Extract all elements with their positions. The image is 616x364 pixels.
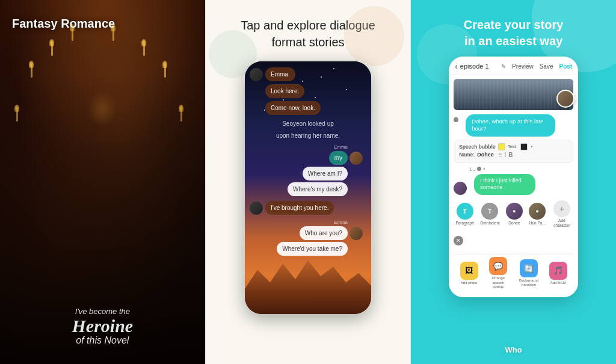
swatch-black[interactable] — [520, 143, 528, 150]
name-label-emma-2: Emma — [334, 220, 348, 225]
bubble-desk: Where's my desk? — [288, 182, 348, 196]
speech-bubble-bottom-label: Change speech bubble — [488, 276, 508, 289]
book-title: I've become the Heroine of this Novel — [0, 307, 205, 346]
emma-messages: Emma my Where am I? Where's my desk? — [250, 144, 366, 196]
dot-3-label: • — [483, 166, 485, 172]
story-image — [454, 79, 573, 110]
title-line2: Heroine — [9, 317, 196, 335]
bgm-label: Add BGM — [550, 281, 566, 285]
emma-messages-2: Emma Who are you? Where'd you take me? — [250, 220, 366, 256]
chat-row-3: Come now, look. — [250, 101, 366, 115]
post-button[interactable]: Post — [559, 63, 573, 70]
character-portrait — [556, 90, 574, 108]
avatar-left-2 — [250, 202, 263, 215]
name-label-emma: Emma — [334, 144, 348, 150]
bottom-bg-transition[interactable]: 🔄 Background transition — [519, 259, 539, 287]
phone-frame-2: Emma. Look here. Come now, look. Seoyeon… — [245, 61, 371, 314]
toolbar: T Paragraph T Omniscient ● Dohee ● Hun P… — [454, 198, 573, 230]
omniscient-icon: T — [481, 203, 498, 220]
p3-chat-row-killed: I... • I think I just killed someone — [454, 166, 573, 195]
dohee-chat-row: Dohee, what's up at this late hour? — [454, 114, 573, 137]
hunpa-icon: ● — [529, 203, 546, 220]
bullet-icon: • — [531, 144, 533, 150]
close-button[interactable]: ✕ — [454, 236, 463, 245]
narration-1: Seoyeon looked up — [250, 118, 366, 129]
toolbar-dohee[interactable]: ● Dohee — [506, 203, 523, 226]
speech-panel-row-2: Name: Dohee ≡ I B — [459, 152, 568, 158]
dohee-bubble: Dohee, what's up at this late hour? — [466, 114, 555, 137]
dot-2 — [477, 167, 481, 171]
dohee-indicator-row: I... • — [469, 166, 551, 172]
omniscient-label: Omniscient — [480, 221, 499, 226]
close-row: ✕ — [454, 233, 573, 247]
toolbar-hunpa[interactable]: ● Hun Pa... — [529, 203, 546, 226]
dohee-icon: ● — [506, 203, 523, 220]
bubble-my: my — [329, 151, 348, 165]
dohee-toolbar-label: Dohee — [508, 221, 520, 226]
avatar-left-1 — [250, 68, 263, 81]
hunpa-label: Hun Pa... — [529, 221, 546, 226]
swatch-yellow[interactable] — [498, 143, 505, 150]
bubble-emma-3: Come now, look. — [265, 101, 321, 115]
add-photo-icon: 🖼 — [460, 262, 478, 280]
chat-area: Emma. Look here. Come now, look. Seoyeon… — [245, 61, 371, 262]
bottom-speech-bubble[interactable]: 💬 Change speech bubble — [488, 257, 508, 289]
preview-button[interactable]: Preview — [512, 63, 534, 70]
align-icon[interactable]: ≡ — [499, 152, 502, 158]
killed-bubble: I think I just killed someone — [474, 174, 535, 195]
bold-icon[interactable]: B — [508, 152, 513, 158]
title-line1: I've become the — [9, 307, 196, 316]
who-badge: Who — [505, 344, 522, 355]
panel-fantasy-romance: Fantasy Romance I've become the Heroine … — [0, 0, 205, 364]
paragraph-label: Paragraph — [455, 221, 473, 226]
emma-row-who: Emma Who are you? — [300, 220, 363, 240]
add-char-icon: + — [553, 200, 570, 217]
candle-2 — [51, 44, 53, 56]
bubble-who: Who are you? — [300, 226, 348, 240]
emma-row-3: Where's my desk? — [288, 182, 363, 196]
paragraph-icon: T — [457, 203, 473, 220]
title-line3: of this Novel — [9, 335, 196, 346]
speech-panel-row-1: Speech bubble Speech bubble Text: • — [459, 143, 568, 150]
avatar-emma-2 — [350, 227, 363, 240]
add-char-label: Add character — [552, 218, 571, 228]
bg-transition-label: Background transition — [519, 279, 539, 287]
text-label: Text: — [508, 144, 518, 149]
bubble-where-am-i: Where am I? — [303, 167, 348, 180]
phone-mockup-3: ‹ episode 1 ✎ Preview Save Post Dohee, w… — [449, 57, 578, 297]
bg-transition-icon: 🔄 — [520, 259, 538, 277]
save-button[interactable]: Save — [540, 63, 553, 70]
chat-row-2: Look here. — [250, 84, 366, 98]
bubble-emma-1: Emma. — [265, 67, 295, 81]
toolbar-omniscient[interactable]: T Omniscient — [480, 203, 499, 226]
italic-icon[interactable]: I — [505, 152, 507, 158]
emma-row-1: Emma my — [329, 144, 363, 165]
phone3-header: ‹ episode 1 ✎ Preview Save Post — [449, 57, 578, 75]
emma-row-2: Where am I? — [303, 167, 363, 180]
name-value: Dohee — [477, 152, 494, 158]
speech-bubble-label: Speech bubble — [459, 144, 495, 150]
panel-dialogue: Tap and explore dialogue format stories — [205, 0, 411, 364]
bubble-emma-2: Look here. — [265, 84, 304, 98]
crown-glow — [87, 91, 117, 127]
narration-2: upon hearing her name. — [250, 132, 366, 141]
deco-circle-right — [344, 6, 404, 66]
phone3-content: Dohee, what's up at this late hour? Spee… — [449, 75, 578, 294]
dot-indicator — [454, 117, 458, 122]
toolbar-add-char[interactable]: + Add character — [552, 200, 571, 228]
bottom-bgm[interactable]: 🎵 Add BGM — [549, 262, 567, 285]
candle-4 — [112, 29, 114, 41]
bubble-brought: I've brought you here. — [265, 201, 334, 215]
dohee-small-label: I... — [469, 166, 475, 172]
chat-row-1: Emma. — [250, 67, 366, 81]
pencil-icon[interactable]: ✎ — [501, 63, 506, 70]
episode-title[interactable]: episode 1 — [460, 63, 499, 70]
chat-row-brought: I've brought you here. — [250, 201, 366, 215]
genre-label: Fantasy Romance — [12, 17, 115, 31]
toolbar-paragraph[interactable]: T Paragraph — [455, 203, 473, 226]
back-arrow-icon[interactable]: ‹ — [455, 61, 458, 71]
panel-create-story: Create your story in an easiest way ‹ ep… — [410, 0, 616, 364]
crowd-image — [454, 79, 573, 110]
bottom-add-photo[interactable]: 🖼 Add photo — [460, 262, 478, 285]
bgm-icon: 🎵 — [549, 262, 567, 280]
